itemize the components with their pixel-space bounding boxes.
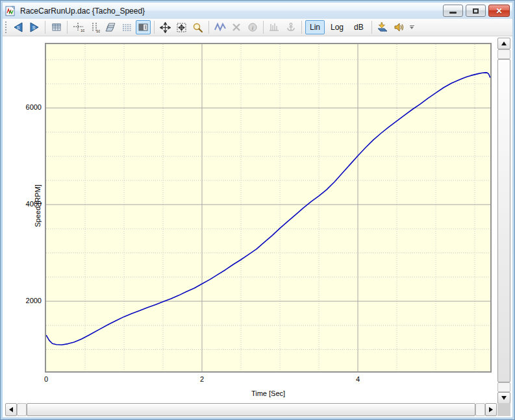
log-scale-button[interactable]: Log bbox=[326, 20, 348, 34]
toolbar-overflow-icon bbox=[410, 25, 414, 26]
delete-cross-icon bbox=[231, 22, 242, 32]
info-button[interactable]: i bbox=[245, 20, 260, 34]
toolbar-grip[interactable] bbox=[5, 21, 8, 33]
zoom-button[interactable] bbox=[190, 20, 205, 34]
y-tick-label: 2000 bbox=[10, 297, 42, 304]
play-backward-s-icon: S bbox=[12, 22, 24, 32]
play-backward-button[interactable]: S bbox=[10, 20, 25, 34]
minimize-button[interactable] bbox=[443, 5, 463, 17]
arrow-left-icon bbox=[9, 407, 13, 412]
chart-client-area: Speed [RPM] 200040006000 024 Time [Sec] bbox=[3, 36, 512, 417]
scroll-track[interactable] bbox=[497, 49, 510, 59]
anchor-icon bbox=[286, 22, 296, 32]
overlay-curves-button[interactable] bbox=[103, 20, 118, 34]
scroll-track[interactable] bbox=[17, 403, 27, 416]
delete-button[interactable] bbox=[229, 20, 244, 34]
anchor-button[interactable] bbox=[283, 20, 298, 34]
toolbar-separator bbox=[67, 21, 68, 34]
toolbar-separator bbox=[371, 21, 372, 34]
x-tick-label: 4 bbox=[348, 375, 368, 383]
output-device-icon bbox=[377, 22, 388, 32]
play-forward-s-icon: S bbox=[29, 22, 40, 32]
zoom-box-icon bbox=[176, 22, 187, 33]
wave-icon bbox=[214, 22, 226, 32]
scroll-right-button[interactable] bbox=[485, 403, 497, 416]
db-scale-button[interactable]: dB bbox=[349, 20, 368, 34]
waveform-document-icon bbox=[5, 6, 16, 16]
arrow-down-icon bbox=[501, 396, 507, 400]
data-table-button[interactable] bbox=[49, 20, 64, 34]
x-tick-label: 2 bbox=[192, 375, 212, 383]
peaks-button[interactable] bbox=[267, 20, 282, 34]
zoom-window-button[interactable] bbox=[174, 20, 189, 34]
dashed-display-button[interactable] bbox=[119, 20, 134, 34]
y-tick-label: 6000 bbox=[10, 103, 42, 111]
scroll-track[interactable] bbox=[497, 382, 510, 392]
split-panel-icon bbox=[138, 22, 149, 32]
zoom-full-button[interactable] bbox=[158, 20, 173, 34]
toolbar-separator bbox=[45, 21, 45, 34]
plot-area[interactable] bbox=[45, 43, 492, 373]
invert-background-button[interactable] bbox=[136, 20, 151, 34]
window-title: RaceCarRunUp.dac {Tacho_Speed} bbox=[20, 6, 443, 16]
horizontal-scrollbar[interactable] bbox=[5, 403, 497, 416]
play-forward-button[interactable]: S bbox=[27, 20, 42, 34]
comb-icon bbox=[269, 22, 280, 32]
lin-scale-button[interactable]: Lin bbox=[305, 20, 325, 34]
svg-text:S: S bbox=[16, 25, 19, 30]
overlay-layers-icon bbox=[105, 22, 116, 32]
dashed-lines-icon bbox=[122, 22, 132, 32]
x-axis-label: Time [Sec] bbox=[45, 389, 492, 397]
svg-text:10: 10 bbox=[96, 29, 100, 33]
horizontal-scroll-thumb[interactable] bbox=[27, 403, 475, 416]
expand-arrows-icon bbox=[160, 22, 171, 33]
play-sound-button[interactable] bbox=[392, 20, 407, 34]
app-window: RaceCarRunUp.dac {Tacho_Speed} ✕ S S bbox=[0, 0, 515, 420]
x-tick-label: 0 bbox=[36, 375, 56, 383]
toolbar-separator bbox=[263, 21, 264, 34]
horizontal-cursor-button[interactable]: 10 bbox=[71, 20, 86, 34]
vertical-scroll-thumb[interactable] bbox=[497, 59, 510, 382]
restore-button[interactable] bbox=[466, 5, 486, 17]
y-tick-label: 4000 bbox=[10, 200, 42, 208]
restore-icon bbox=[473, 8, 479, 14]
arrow-up-icon bbox=[501, 42, 507, 45]
vertical-cursor-button[interactable]: 10 bbox=[87, 20, 102, 34]
minimize-icon bbox=[449, 12, 457, 14]
toolbar-separator bbox=[154, 21, 155, 34]
info-icon: i bbox=[247, 22, 258, 32]
svg-text:10: 10 bbox=[81, 29, 84, 32]
toolbar-separator bbox=[301, 21, 302, 34]
output-device-button[interactable] bbox=[375, 20, 390, 34]
scrollbar-corner bbox=[497, 403, 510, 416]
vertical-scrollbar[interactable] bbox=[497, 38, 510, 404]
close-button[interactable]: ✕ bbox=[488, 5, 510, 17]
arrow-right-icon bbox=[489, 407, 493, 412]
close-icon: ✕ bbox=[496, 7, 502, 15]
magnifier-icon bbox=[192, 22, 203, 33]
toolbar-overflow-button[interactable] bbox=[410, 25, 414, 29]
interpolation-button[interactable] bbox=[212, 20, 227, 34]
vertical-cursors-10-icon: 10 bbox=[90, 22, 100, 33]
speaker-icon bbox=[394, 22, 405, 32]
toolbar: S S 10 bbox=[3, 19, 512, 36]
toolbar-separator bbox=[208, 21, 209, 34]
scroll-up-button[interactable] bbox=[497, 38, 510, 49]
scroll-track[interactable] bbox=[475, 403, 485, 416]
title-bar: RaceCarRunUp.dac {Tacho_Speed} ✕ bbox=[3, 3, 512, 19]
scroll-down-button[interactable] bbox=[497, 392, 510, 404]
svg-text:S: S bbox=[32, 25, 35, 30]
data-table-icon bbox=[51, 22, 62, 32]
scroll-left-button[interactable] bbox=[5, 403, 17, 416]
crosshair-cursor-10-icon: 10 bbox=[73, 22, 84, 33]
